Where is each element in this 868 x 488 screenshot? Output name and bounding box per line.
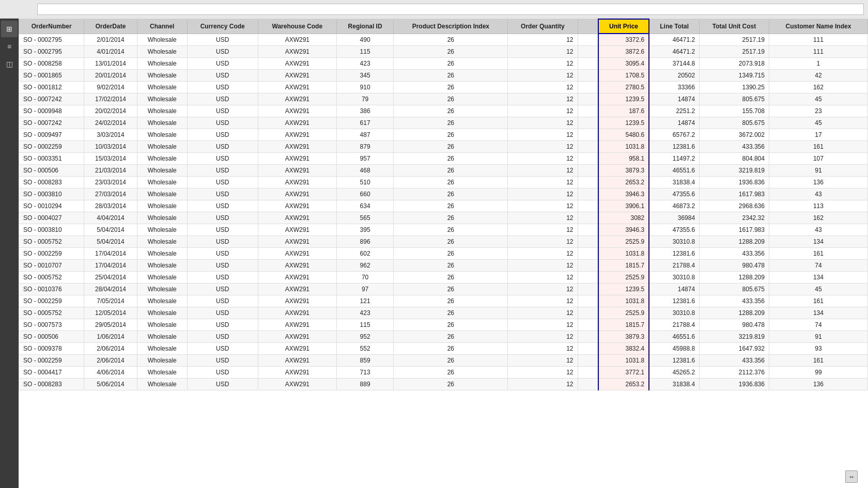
table-cell: 5480.6: [598, 129, 649, 141]
table-cell: 1288.209: [700, 307, 769, 319]
table-cell: 36984: [649, 212, 699, 224]
table-cell: 26: [394, 331, 508, 343]
table-cell: 12: [508, 177, 578, 188]
table-cell: 552: [336, 343, 393, 355]
table-cell: 490: [336, 34, 393, 46]
table-row[interactable]: SO - 001037628/04/2014WholesaleUSDAXW291…: [19, 284, 868, 295]
col-header-unit-price[interactable]: Unit Price: [598, 19, 649, 34]
table-row[interactable]: SO - 00082835/06/2014WholesaleUSDAXW2918…: [19, 379, 868, 390]
table-row[interactable]: SO - 001070717/04/2014WholesaleUSDAXW291…: [19, 260, 868, 272]
table-row[interactable]: SO - 000225910/03/2014WholesaleUSDAXW291…: [19, 141, 868, 153]
table-cell: 26: [394, 177, 508, 188]
table-row[interactable]: SO - 000825813/01/2014WholesaleUSDAXW291…: [19, 58, 868, 70]
table-cell: 12: [508, 367, 578, 379]
table-row[interactable]: SO - 000225917/04/2014WholesaleUSDAXW291…: [19, 248, 868, 260]
table-cell: 12: [508, 153, 578, 165]
table-cell: 3946.3: [598, 224, 649, 236]
table-cell: 26: [394, 105, 508, 117]
table-row[interactable]: SO - 00027952/01/2014WholesaleUSDAXW2914…: [19, 34, 868, 46]
col-header-currency-code[interactable]: Currency Code: [187, 19, 258, 34]
table-row[interactable]: SO - 000575212/05/2014WholesaleUSDAXW291…: [19, 307, 868, 319]
table-row[interactable]: SO - 000994820/02/2014WholesaleUSDAXW291…: [19, 105, 868, 117]
table-cell: SO - 0002259: [19, 141, 84, 153]
col-header-order-number[interactable]: OrderNumber: [19, 19, 84, 34]
table-cell: Wholesale: [137, 58, 187, 70]
table-cell: AXW291: [258, 165, 336, 177]
toolbar-input[interactable]: [37, 4, 864, 15]
sidebar-grid-icon[interactable]: ⊞: [1, 21, 18, 37]
table-row[interactable]: SO - 000828323/03/2014WholesaleUSDAXW291…: [19, 177, 868, 188]
table-cell: 565: [336, 212, 393, 224]
table-container[interactable]: OrderNumber OrderDate Channel Currency C…: [19, 19, 868, 488]
table-row[interactable]: SO - 000757329/05/2014WholesaleUSDAXW291…: [19, 319, 868, 331]
table-row[interactable]: SO - 000575225/04/2014WholesaleUSDAXW291…: [19, 272, 868, 284]
scroll-indicator[interactable]: ⇔: [845, 470, 858, 483]
table-row[interactable]: SO - 000724224/02/2014WholesaleUSDAXW291…: [19, 117, 868, 129]
table-cell: 3372.6: [598, 34, 649, 46]
table-cell: 1349.715: [700, 70, 769, 82]
table-row[interactable]: SO - 000381027/03/2014WholesaleUSDAXW291…: [19, 188, 868, 200]
sidebar-layers-icon[interactable]: ◫: [1, 56, 18, 72]
table-cell: 79: [336, 93, 393, 105]
table-row[interactable]: SO - 000724217/02/2014WholesaleUSDAXW291…: [19, 93, 868, 105]
col-header-order-quantity[interactable]: Order Quantity: [508, 19, 578, 34]
sidebar-table-icon[interactable]: ≡: [1, 38, 18, 55]
table-cell: 26: [394, 272, 508, 284]
table-row[interactable]: SO - 00040274/04/2014WholesaleUSDAXW2915…: [19, 212, 868, 224]
col-header-customer-name-index[interactable]: Customer Name Index: [769, 19, 867, 34]
table-row[interactable]: SO - 00093782/06/2014WholesaleUSDAXW2915…: [19, 343, 868, 355]
table-cell: AXW291: [258, 105, 336, 117]
table-cell: 30310.8: [649, 236, 699, 248]
table-cell: 1390.25: [700, 82, 769, 93]
table-row[interactable]: SO - 00044174/06/2014WholesaleUSDAXW2917…: [19, 367, 868, 379]
table-cell: 879: [336, 141, 393, 153]
table-cell: USD: [187, 188, 258, 200]
table-row[interactable]: SO - 00050621/03/2014WholesaleUSDAXW2914…: [19, 165, 868, 177]
table-cell: 15/03/2014: [84, 153, 137, 165]
table-cell: 2968.636: [700, 200, 769, 212]
table-cell: 161: [769, 355, 867, 367]
table-row[interactable]: SO - 000186520/01/2014WholesaleUSDAXW291…: [19, 70, 868, 82]
table-cell: 11497.2: [649, 153, 699, 165]
confirm-button[interactable]: [21, 2, 35, 17]
close-button[interactable]: [4, 2, 19, 17]
table-cell: 10/03/2014: [84, 141, 137, 153]
table-row[interactable]: SO - 000335115/03/2014WholesaleUSDAXW291…: [19, 153, 868, 165]
col-header-line-total[interactable]: Line Total: [649, 19, 699, 34]
table-cell: 1617.983: [700, 188, 769, 200]
table-cell: 24/02/2014: [84, 117, 137, 129]
col-header-extra[interactable]: [578, 19, 598, 34]
table-cell: 46471.2: [649, 46, 699, 58]
col-header-total-unit-cost[interactable]: Total Unit Cost: [700, 19, 769, 34]
table-cell: 5/04/2014: [84, 236, 137, 248]
table-row[interactable]: SO - 001029428/03/2014WholesaleUSDAXW291…: [19, 200, 868, 212]
table-row[interactable]: SO - 00057525/04/2014WholesaleUSDAXW2918…: [19, 236, 868, 248]
table-cell: USD: [187, 93, 258, 105]
col-header-order-date[interactable]: OrderDate: [84, 19, 137, 34]
col-header-warehouse-code[interactable]: Warehouse Code: [258, 19, 336, 34]
table-row[interactable]: SO - 00038105/04/2014WholesaleUSDAXW2913…: [19, 224, 868, 236]
table-row[interactable]: SO - 0005061/06/2014WholesaleUSDAXW29195…: [19, 331, 868, 343]
table-cell: 187.6: [598, 105, 649, 117]
table-cell: AXW291: [258, 284, 336, 295]
table-cell: SO - 0010294: [19, 200, 84, 212]
table-cell: AXW291: [258, 153, 336, 165]
table-row[interactable]: SO - 00018129/02/2014WholesaleUSDAXW2919…: [19, 82, 868, 93]
table-cell: 28/04/2014: [84, 284, 137, 295]
table-row[interactable]: SO - 00027954/01/2014WholesaleUSDAXW2911…: [19, 46, 868, 58]
table-cell: SO - 0002259: [19, 295, 84, 307]
table-cell: 980.478: [700, 319, 769, 331]
table-row[interactable]: SO - 00022597/05/2014WholesaleUSDAXW2911…: [19, 295, 868, 307]
col-header-product-description-index[interactable]: Product Description Index: [394, 19, 508, 34]
table-cell: 3879.3: [598, 165, 649, 177]
table-row[interactable]: SO - 00022592/06/2014WholesaleUSDAXW2918…: [19, 355, 868, 367]
col-header-regional-id[interactable]: Regional ID: [336, 19, 393, 34]
table-cell: 26: [394, 319, 508, 331]
table-cell: 45: [769, 117, 867, 129]
table-body: SO - 00027952/01/2014WholesaleUSDAXW2914…: [19, 34, 868, 390]
col-header-channel[interactable]: Channel: [137, 19, 187, 34]
table-cell: AXW291: [258, 343, 336, 355]
table-cell: SO - 0001865: [19, 70, 84, 82]
table-row[interactable]: SO - 00094973/03/2014WholesaleUSDAXW2914…: [19, 129, 868, 141]
table-cell: Wholesale: [137, 117, 187, 129]
